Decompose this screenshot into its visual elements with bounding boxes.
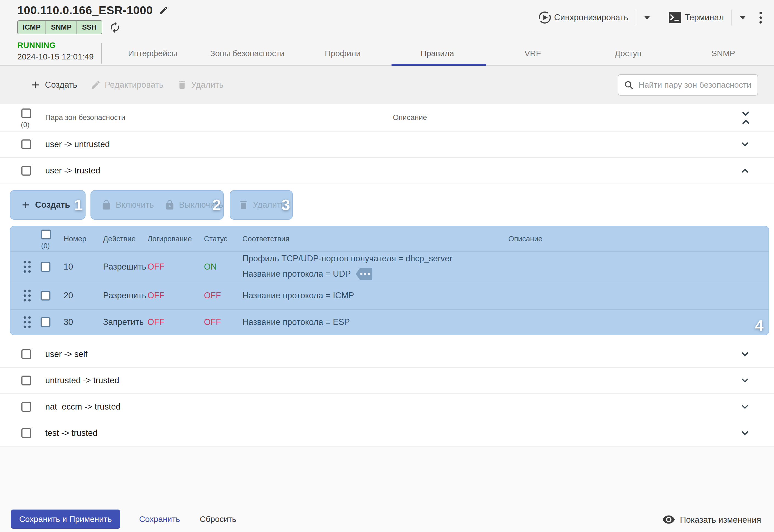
- row-checkbox[interactable]: [21, 376, 31, 385]
- chevron-down-icon[interactable]: [740, 349, 750, 359]
- save-button[interactable]: Сохранить: [139, 514, 180, 524]
- rule-row-20[interactable]: 20 Разрешить OFF OFF Название протокола …: [10, 282, 769, 310]
- rule-action: Запретить: [103, 317, 144, 327]
- tab-vrf[interactable]: VRF: [524, 49, 541, 58]
- badge-ssh: SSH: [77, 21, 101, 34]
- tab-interfaces[interactable]: Интерфейсы: [128, 49, 177, 58]
- terminal-dropdown-caret[interactable]: [740, 16, 746, 19]
- zone-pairs-table: (0) Пара зон безопасности Описание user …: [0, 104, 774, 447]
- rules-table-header: (0) Номер Действие Логирование Статус Со…: [10, 226, 769, 252]
- rule-checkbox[interactable]: [41, 317, 50, 327]
- chevron-down-icon[interactable]: [740, 139, 750, 150]
- collapse-all-icon[interactable]: [740, 110, 751, 125]
- tab-snmp[interactable]: SNMP: [712, 49, 735, 58]
- selected-count: (0): [21, 121, 30, 129]
- delete-rule-button[interactable]: Удалить: [238, 199, 285, 210]
- lock-open-icon: [101, 199, 112, 210]
- row-checkbox[interactable]: [21, 402, 31, 412]
- annotation-marker-1: 1: [74, 197, 83, 213]
- show-changes-button[interactable]: Показать изменения: [662, 515, 761, 525]
- rule-matches: Название протокола = ESP: [242, 317, 350, 327]
- tab-access[interactable]: Доступ: [615, 49, 642, 58]
- select-all-rules-checkbox[interactable]: [41, 230, 51, 239]
- zone-table-header: (0) Пара зон безопасности Описание: [0, 104, 774, 131]
- drag-handle-icon[interactable]: [24, 261, 31, 273]
- match-line: Профиль TCP/UDP-портов получателя = dhcp…: [242, 254, 452, 264]
- tab-rules[interactable]: Правила: [421, 49, 454, 58]
- zone-row-untrusted-trusted[interactable]: untrusted -> trusted: [0, 368, 774, 394]
- rules-selected-count: (0): [41, 242, 50, 250]
- protocol-badges: ICMP SNMP SSH: [17, 20, 102, 34]
- rule-status: OFF: [204, 291, 221, 301]
- zone-row-user-untrusted[interactable]: user -> untrusted: [0, 131, 774, 158]
- zone-row-user-trusted[interactable]: user -> trusted: [0, 158, 774, 184]
- rule-status: OFF: [204, 317, 221, 327]
- more-menu-icon[interactable]: [758, 11, 763, 25]
- search-icon: [624, 80, 634, 90]
- rule-action: Разрешить: [103, 291, 146, 301]
- create-rule-button[interactable]: Создать: [20, 199, 70, 210]
- edit-zone-pair-button[interactable]: Редактировать: [90, 66, 163, 104]
- chevron-down-icon[interactable]: [740, 402, 750, 412]
- footer-bar: Сохранить и Применить Сохранить Сбросить…: [0, 500, 774, 532]
- more-matches-chip[interactable]: [356, 268, 372, 280]
- column-number: Номер: [64, 235, 86, 243]
- zone-row-nat-eccm-trusted[interactable]: nat_eccm -> trusted: [0, 394, 774, 420]
- divider: [732, 10, 732, 25]
- column-rule-description: Описание: [508, 235, 542, 243]
- rules-expanded-panel: Создать 1 Включить Выключить 2: [0, 184, 774, 341]
- synchronize-button[interactable]: Синхронизировать: [538, 10, 628, 25]
- row-checkbox[interactable]: [21, 428, 31, 438]
- drag-handle-icon[interactable]: [24, 290, 31, 302]
- create-zone-pair-button[interactable]: Создать: [30, 66, 77, 104]
- select-all-checkbox[interactable]: [21, 108, 31, 118]
- delete-rule-label: Удалить: [253, 200, 285, 210]
- synchronize-dropdown-caret[interactable]: [644, 16, 650, 19]
- search-input[interactable]: [639, 80, 752, 90]
- rule-logging: OFF: [147, 317, 164, 327]
- chevron-down-icon[interactable]: [740, 375, 750, 386]
- column-zone-pair: Пара зон безопасности: [45, 113, 125, 122]
- device-rules-page: 100.110.0.166_ESR-1000 ICMP SNMP SSH Син: [0, 0, 774, 532]
- tab-profiles[interactable]: Профили: [325, 49, 361, 58]
- terminal-button[interactable]: Терминал: [668, 11, 724, 24]
- eye-icon: [662, 515, 676, 525]
- rule-number: 30: [64, 317, 73, 327]
- refresh-status-icon[interactable]: [109, 21, 121, 33]
- delete-zone-pair-button[interactable]: Удалить: [177, 66, 224, 104]
- enable-rule-button[interactable]: Включить: [101, 199, 154, 210]
- match-line: Название протокола = ICMP: [242, 291, 354, 301]
- zone-pair-name: nat_eccm -> trusted: [45, 402, 121, 412]
- zone-pair-name: untrusted -> trusted: [45, 376, 119, 385]
- row-checkbox[interactable]: [21, 349, 31, 359]
- row-checkbox[interactable]: [21, 139, 31, 149]
- rule-checkbox[interactable]: [41, 291, 50, 301]
- zone-row-test-trusted[interactable]: test -> trusted: [0, 420, 774, 447]
- zone-row-user-self[interactable]: user -> self: [0, 341, 774, 368]
- edit-label: Редактировать: [105, 80, 163, 90]
- rule-row-10[interactable]: 10 Разрешить OFF ON Профиль TCP/UDP-порт…: [10, 252, 769, 282]
- match-line: Название протокола = UDP: [242, 269, 351, 279]
- rule-checkbox[interactable]: [41, 262, 50, 272]
- annotation-region-1: Создать 1: [10, 190, 85, 220]
- edit-title-icon[interactable]: [159, 5, 168, 15]
- zone-pair-name: test -> trusted: [45, 428, 97, 438]
- rule-row-30[interactable]: 30 Запретить OFF OFF Название протокола …: [10, 310, 769, 335]
- save-and-apply-button[interactable]: Сохранить и Применить: [11, 510, 120, 529]
- terminal-label: Терминал: [685, 13, 724, 22]
- rule-number: 10: [64, 262, 73, 272]
- drag-handle-icon[interactable]: [24, 316, 31, 328]
- zone-pair-name: user -> trusted: [45, 166, 100, 176]
- create-label: Создать: [45, 80, 77, 90]
- divider: [101, 43, 102, 64]
- divider: [636, 10, 636, 25]
- row-checkbox[interactable]: [21, 166, 31, 176]
- enable-rule-label: Включить: [116, 200, 154, 210]
- annotation-marker-3: 3: [282, 197, 290, 213]
- chevron-down-icon[interactable]: [740, 428, 750, 438]
- tab-security-zones[interactable]: Зоны безопасности: [210, 49, 285, 58]
- reset-button[interactable]: Сбросить: [200, 514, 236, 524]
- rule-number: 20: [64, 291, 73, 301]
- chevron-up-icon[interactable]: [740, 165, 750, 176]
- rule-status: ON: [204, 262, 217, 272]
